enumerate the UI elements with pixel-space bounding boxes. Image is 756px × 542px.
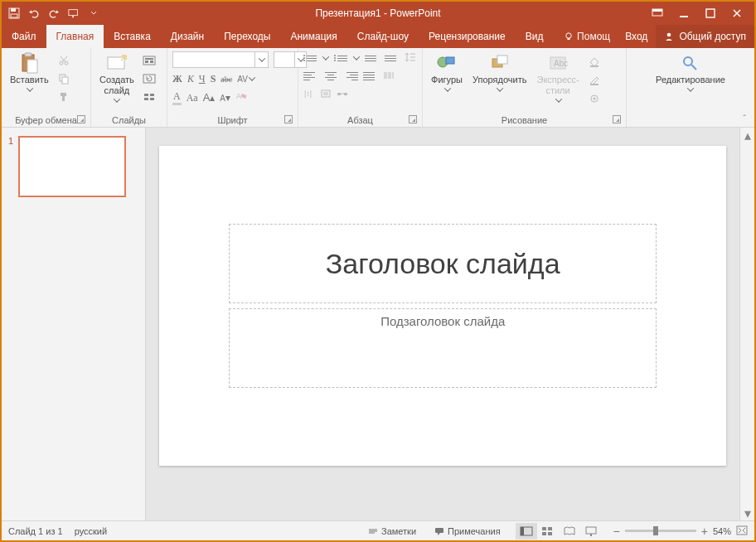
line-spacing-button[interactable] [405, 51, 416, 65]
tab-view[interactable]: Вид [516, 25, 554, 48]
bold-button[interactable]: Ж [172, 73, 182, 85]
dialog-launcher-icon[interactable] [409, 115, 417, 123]
fit-to-window-button[interactable] [736, 525, 748, 537]
bullets-button[interactable] [303, 52, 317, 64]
char-spacing-button[interactable]: AV [237, 73, 255, 85]
shapes-button[interactable]: Фигуры [428, 51, 466, 94]
italic-button[interactable]: К [187, 73, 194, 85]
person-icon [664, 31, 674, 41]
editing-label: Редактирование [656, 75, 725, 85]
language-indicator[interactable]: русский [75, 526, 107, 536]
redo-icon[interactable] [48, 7, 60, 19]
underline-button[interactable]: Ч [199, 73, 206, 85]
comments-button[interactable]: Примечания [431, 526, 504, 536]
quick-styles-button[interactable]: Abc Экспресс- стили [533, 51, 582, 105]
slide[interactable]: Заголовок слайда Подзаголовок слайда [159, 146, 726, 466]
title-placeholder[interactable]: Заголовок слайда [229, 224, 657, 303]
align-left-button[interactable] [303, 70, 318, 83]
dialog-launcher-icon[interactable] [613, 115, 621, 123]
text-direction-button[interactable]: |↕| [303, 88, 315, 101]
section-button[interactable] [141, 90, 158, 104]
text-shadow-button[interactable]: S [211, 73, 216, 85]
tab-home[interactable]: Главная [46, 25, 104, 48]
slide-canvas-area[interactable]: Заголовок слайда Подзаголовок слайда [146, 128, 739, 520]
slide-counter[interactable]: Слайд 1 из 1 [8, 526, 63, 536]
thumbnail-preview[interactable] [18, 136, 126, 197]
thumbnail-pane[interactable]: 1 [2, 128, 146, 520]
notes-button[interactable]: Заметки [365, 526, 419, 536]
shape-fill-button[interactable] [586, 55, 603, 70]
format-painter-button[interactable] [56, 90, 72, 104]
dialog-launcher-icon[interactable] [284, 115, 293, 123]
scroll-up-icon[interactable]: ▴ [744, 131, 752, 139]
start-from-beginning-icon[interactable] [68, 7, 80, 19]
increase-indent-button[interactable] [385, 51, 400, 65]
qat-customize-icon[interactable] [88, 7, 99, 19]
increase-font-button[interactable]: A▴ [203, 91, 216, 104]
align-text-button[interactable] [320, 89, 332, 100]
ribbon-display-icon[interactable] [652, 7, 663, 19]
strikethrough-button[interactable]: abc [220, 75, 232, 84]
zoom-slider[interactable] [625, 530, 696, 532]
font-family-select[interactable] [172, 51, 269, 68]
layout-button[interactable] [141, 53, 158, 68]
decrease-indent-button[interactable] [365, 51, 380, 65]
reset-button[interactable] [141, 71, 158, 86]
numbering-button[interactable] [334, 52, 347, 64]
align-right-button[interactable] [343, 70, 358, 83]
smartart-button[interactable] [337, 89, 348, 100]
chevron-down-icon [250, 76, 255, 82]
cut-button[interactable] [56, 53, 72, 68]
thumbnail-slide-1[interactable]: 1 [8, 136, 138, 197]
decrease-font-button[interactable]: A▾ [220, 92, 230, 104]
zoom-percent[interactable]: 54% [713, 526, 731, 536]
collapse-ribbon-icon[interactable]: ˆ [743, 114, 746, 123]
shape-effects-button[interactable] [586, 91, 603, 106]
align-center-button[interactable] [323, 70, 338, 83]
zoom-in-button[interactable]: + [701, 525, 708, 538]
shape-outline-button[interactable] [586, 73, 603, 88]
arrange-button[interactable]: Упорядочить [469, 51, 530, 94]
tab-slideshow[interactable]: Слайд-шоу [347, 25, 419, 48]
tab-design[interactable]: Дизайн [161, 25, 214, 48]
ribbon-tabs: Файл Главная Вставка Дизайн Переходы Ани… [2, 25, 754, 48]
workspace: 1 Заголовок слайда Подзаголовок слайда ▴… [2, 128, 754, 520]
slideshow-view-button[interactable] [580, 523, 602, 540]
undo-icon[interactable] [28, 7, 40, 19]
change-case-button[interactable]: Aa [187, 92, 198, 104]
clear-format-button[interactable]: A [235, 91, 247, 104]
tab-insert[interactable]: Вставка [104, 25, 161, 48]
tab-review[interactable]: Рецензирование [419, 25, 516, 48]
minimize-icon[interactable] [678, 7, 690, 19]
tab-animations[interactable]: Анимация [280, 25, 346, 48]
paste-button[interactable]: Вставить [7, 51, 52, 94]
scroll-down-icon[interactable]: ▾ [744, 509, 752, 517]
tab-transitions[interactable]: Переходы [214, 25, 280, 48]
editing-button[interactable]: Редактирование [652, 51, 729, 94]
font-color-button[interactable]: A [172, 90, 182, 105]
signin-button[interactable]: Вход [617, 25, 656, 48]
subtitle-placeholder[interactable]: Подзаголовок слайда [229, 308, 657, 388]
tab-file[interactable]: Файл [2, 25, 46, 48]
zoom-slider-thumb[interactable] [653, 526, 658, 535]
copy-button[interactable] [56, 71, 72, 86]
normal-view-button[interactable] [516, 523, 537, 540]
tell-me-help[interactable]: Помощ [557, 25, 617, 48]
new-slide-button[interactable]: Создать слайд [96, 51, 138, 105]
close-icon[interactable] [731, 7, 743, 19]
reading-view-icon [563, 526, 576, 536]
sorter-view-button[interactable] [537, 523, 559, 540]
reading-view-button[interactable] [559, 523, 580, 540]
save-icon[interactable] [8, 7, 20, 19]
dialog-launcher-icon[interactable] [77, 115, 85, 123]
vertical-scrollbar[interactable]: ▴ ▾ [739, 128, 754, 520]
sorter-view-icon [541, 526, 555, 536]
section-icon [143, 92, 156, 102]
align-justify-button[interactable] [363, 70, 378, 83]
chevron-down-icon [688, 87, 694, 93]
zoom-out-button[interactable]: − [613, 525, 620, 538]
columns-button[interactable] [383, 70, 395, 82]
maximize-icon[interactable] [705, 7, 716, 19]
share-button[interactable]: Общий доступ [656, 25, 754, 48]
quick-access-toolbar [2, 7, 99, 19]
